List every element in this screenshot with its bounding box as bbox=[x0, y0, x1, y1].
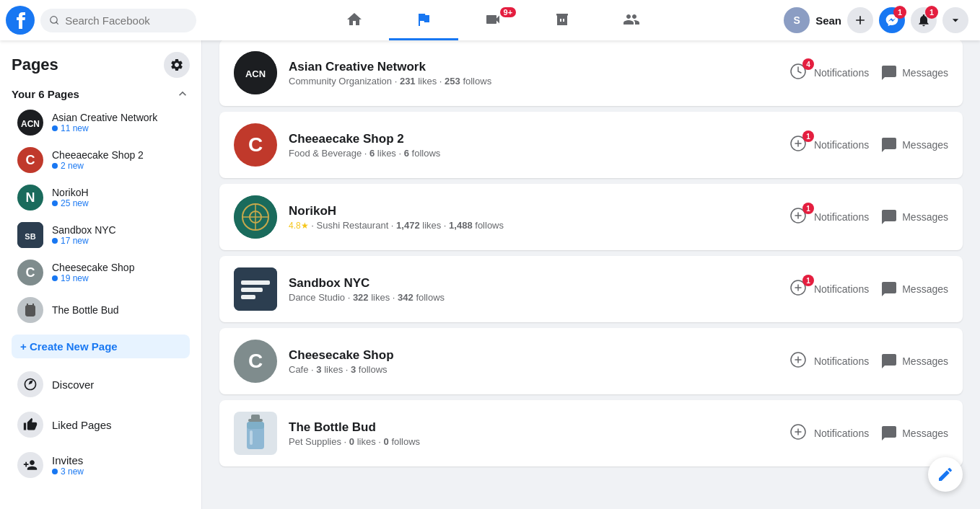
sandbox-page-avatar bbox=[234, 267, 277, 311]
cs-avatar: C bbox=[17, 260, 43, 286]
sandbox-messages-icon bbox=[880, 280, 898, 298]
nav-tab-marketplace[interactable] bbox=[528, 0, 597, 40]
liked-pages-icon-container bbox=[17, 412, 43, 438]
create-new-page-button[interactable]: + Create New Page bbox=[12, 335, 190, 358]
svg-rect-26 bbox=[250, 430, 253, 445]
compass-icon bbox=[23, 377, 38, 391]
facebook-logo-icon[interactable] bbox=[6, 6, 35, 35]
svg-line-2 bbox=[56, 22, 58, 25]
acn-page-actions: 4 Notifications Messages bbox=[789, 63, 948, 83]
norikoh-avatar: N bbox=[17, 185, 43, 211]
cs2-messages-button[interactable]: Messages bbox=[880, 136, 948, 154]
acn-avatar: ACN bbox=[17, 110, 43, 136]
sandbox-page-actions: 1 Notifications Messages bbox=[789, 279, 948, 299]
cs2-avatar: C bbox=[17, 147, 43, 173]
nav-tab-pages[interactable] bbox=[389, 0, 458, 40]
search-bar[interactable] bbox=[40, 9, 196, 32]
sidebar-title: Pages bbox=[12, 56, 58, 74]
search-input[interactable] bbox=[65, 14, 188, 27]
norikoh-messages-button[interactable]: Messages bbox=[880, 208, 948, 226]
sidebar-item-sandbox-nyc[interactable]: SB Sandbox NYC 17 new bbox=[6, 216, 196, 254]
flag-icon bbox=[415, 11, 432, 28]
notifications-badge: 1 bbox=[925, 6, 938, 19]
sandbox-name: Sandbox NYC bbox=[52, 224, 184, 236]
notifications-button[interactable]: 1 bbox=[911, 7, 937, 33]
svg-rect-18 bbox=[241, 288, 263, 292]
invites-info: Invites 3 new bbox=[52, 454, 184, 477]
sandbox-notifications-label: Notifications bbox=[814, 283, 869, 295]
tbb-notifications-icon bbox=[789, 423, 810, 443]
cs2-messages-icon bbox=[880, 136, 898, 154]
cs2-notifications-button[interactable]: 1 Notifications bbox=[789, 135, 869, 155]
sandbox-messages-button[interactable]: Messages bbox=[880, 280, 948, 298]
invites-icon-container bbox=[17, 452, 43, 478]
topnav-right: S Sean 1 1 bbox=[784, 7, 980, 33]
main-content: Pages You Manage ACN Asian Creative Netw… bbox=[202, 0, 980, 484]
your-pages-label: Your 6 Pages bbox=[12, 88, 79, 100]
sidebar-item-invites[interactable]: Invites 3 new bbox=[6, 445, 196, 484]
svg-rect-25 bbox=[247, 422, 264, 429]
tbb-messages-button[interactable]: Messages bbox=[880, 425, 948, 442]
cs-messages-button[interactable]: Messages bbox=[880, 353, 948, 370]
chevron-down-button[interactable] bbox=[942, 7, 968, 33]
sidebar-item-asian-creative-network[interactable]: ACN Asian Creative Network 11 new bbox=[6, 104, 196, 141]
your-pages-header[interactable]: Your 6 Pages bbox=[0, 81, 201, 104]
sidebar-item-norikoh[interactable]: N NorikоН 25 new bbox=[6, 179, 196, 216]
acn-page-avatar: ACN bbox=[234, 51, 277, 94]
messenger-button[interactable]: 1 bbox=[879, 7, 905, 33]
cs-notifications-icon bbox=[789, 351, 810, 371]
cs2-badge-dot bbox=[52, 163, 58, 169]
sandbox-page-meta: Dance Studio · 322 likes · 342 follows bbox=[289, 292, 778, 303]
acn-page-name: Asian Creative Network bbox=[289, 60, 778, 74]
sandbox-notifications-button[interactable]: 1 Notifications bbox=[789, 279, 869, 299]
svg-text:ACN: ACN bbox=[21, 119, 40, 129]
plus-button[interactable] bbox=[847, 7, 873, 33]
user-info[interactable]: S Sean bbox=[784, 7, 841, 33]
acn-badge-text: 11 new bbox=[61, 123, 89, 133]
sandbox-notifications-icon: 1 bbox=[789, 279, 810, 299]
tbb-page-avatar bbox=[234, 412, 277, 455]
cs2-notifications-label: Notifications bbox=[814, 139, 869, 151]
tbb-messages-icon bbox=[880, 425, 898, 442]
nav-tab-groups[interactable] bbox=[597, 0, 666, 40]
page-card-asian-creative-network: ACN Asian Creative Network Community Org… bbox=[219, 40, 963, 106]
svg-rect-19 bbox=[241, 295, 255, 299]
norikoh-name: NorikоН bbox=[52, 187, 184, 198]
nav-tab-home[interactable] bbox=[320, 0, 389, 40]
sidebar-item-discover[interactable]: Discover bbox=[6, 364, 196, 404]
invites-badge-text: 3 new bbox=[61, 466, 84, 477]
tbb-notifications-button[interactable]: Notifications bbox=[789, 423, 869, 443]
discover-label: Discover bbox=[52, 379, 94, 391]
invites-label: Invites bbox=[52, 454, 83, 466]
sidebar-item-liked-pages[interactable]: Liked Pages bbox=[6, 404, 196, 445]
acn-badge: 11 new bbox=[52, 123, 184, 133]
svg-text:ACN: ACN bbox=[245, 68, 266, 79]
acn-notifications-button[interactable]: 4 Notifications bbox=[789, 63, 869, 83]
tbb-page-meta: Pet Supplies · 0 likes · 0 follows bbox=[289, 436, 778, 447]
cs-badge-text: 19 new bbox=[61, 273, 89, 283]
norikoh-page-info: NorikоН 4.8★ · Sushi Restaurant · 1,472 … bbox=[289, 204, 778, 231]
page-card-sandbox-nyc: Sandbox NYC Dance Studio · 322 likes · 3… bbox=[219, 256, 963, 322]
store-icon bbox=[554, 11, 571, 28]
cs-notifications-label: Notifications bbox=[814, 355, 869, 367]
create-page-label: + Create New Page bbox=[20, 340, 118, 353]
discover-icon-container bbox=[17, 371, 43, 397]
norikoh-page-actions: 1 Notifications Messages bbox=[789, 207, 948, 227]
acn-messages-button[interactable]: Messages bbox=[880, 64, 948, 81]
sidebar-item-cheesecake-shop[interactable]: C Cheesecake Shop 19 new bbox=[6, 254, 196, 291]
cs2-page-meta: Food & Beverage · 6 likes · 6 follows bbox=[289, 148, 778, 159]
cs-page-meta: Cafe · 3 likes · 3 follows bbox=[289, 364, 778, 375]
cs2-page-info: Cheeaecake Shop 2 Food & Beverage · 6 li… bbox=[289, 132, 778, 159]
page-card-the-bottle-bud: The Bottle Bud Pet Supplies · 0 likes · … bbox=[219, 400, 963, 466]
gear-button[interactable] bbox=[164, 52, 190, 78]
nav-tab-video[interactable]: 9+ bbox=[458, 0, 528, 40]
tbb-name: The Bottle Bud bbox=[52, 304, 184, 316]
cs-notifications-button[interactable]: Notifications bbox=[789, 351, 869, 371]
sidebar-item-the-bottle-bud[interactable]: The Bottle Bud bbox=[6, 291, 196, 329]
sidebar-item-cheeaecake-shop-2[interactable]: C Cheeaecake Shop 2 2 new bbox=[6, 141, 196, 179]
norikoh-badge-text: 25 new bbox=[61, 198, 89, 208]
tbb-page-actions: Notifications Messages bbox=[789, 423, 948, 443]
norikoh-notifications-button[interactable]: 1 Notifications bbox=[789, 207, 869, 227]
page-card-cheeaecake-shop-2: C Cheeaecake Shop 2 Food & Beverage · 6 … bbox=[219, 112, 963, 178]
cs-messages-icon bbox=[880, 353, 898, 370]
